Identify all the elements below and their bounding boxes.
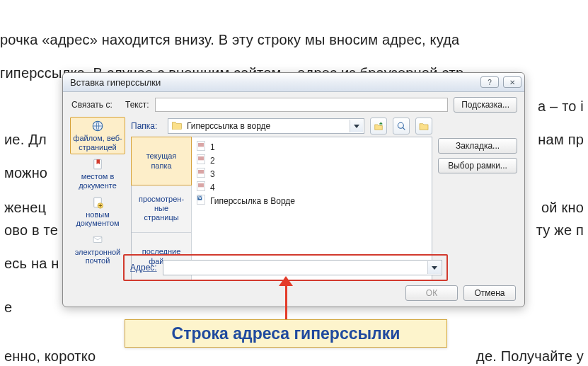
up-one-level-button[interactable]	[370, 118, 387, 135]
browse-tabs: текущаяпапка просмотрен-ныестраницы посл…	[132, 137, 192, 280]
folder-selected-name: Гиперссылка в ворде	[187, 121, 270, 131]
bookmark-button[interactable]: Закладка...	[438, 138, 517, 154]
svg-rect-11	[198, 170, 204, 173]
folder-icon	[171, 120, 183, 132]
svg-rect-4	[93, 236, 102, 242]
image-file-icon	[196, 181, 206, 194]
cancel-button[interactable]: Отмена	[463, 285, 516, 301]
link-to-new-document[interactable]: новымдокументом	[70, 194, 125, 230]
file-list[interactable]: 1 2 3 4	[192, 137, 432, 280]
list-item[interactable]: 3	[196, 167, 427, 181]
browse-file-button[interactable]	[415, 118, 432, 135]
annotation-callout: Строка адреса гиперссылки	[125, 319, 447, 348]
text-field-label: Текст:	[125, 100, 149, 110]
link-to-place-in-doc[interactable]: местом вдокументе	[70, 156, 125, 192]
titlebar: Вставка гиперссылки ? ✕	[63, 73, 524, 92]
look-in-combo[interactable]: Гиперссылка в ворде	[168, 118, 364, 134]
look-in-dropdown-arrow[interactable]	[350, 120, 363, 132]
browse-web-button[interactable]	[393, 118, 410, 135]
folder-label: Папка:	[131, 121, 162, 131]
svg-rect-7	[198, 143, 204, 147]
link-to-file-or-webpage[interactable]: файлом, веб-страницей	[70, 117, 125, 154]
tab-current-folder[interactable]: текущаяпапка	[131, 137, 192, 185]
annotation-arrow-stem	[285, 280, 287, 323]
center-panel: Папка: Гиперссылка в ворде	[127, 117, 432, 281]
address-input[interactable]	[163, 260, 442, 275]
link-to-sidebar: файлом, веб-страницей местом вдокументе …	[70, 117, 127, 281]
svg-rect-9	[198, 156, 204, 160]
image-file-icon	[196, 154, 206, 167]
close-button[interactable]: ✕	[503, 76, 521, 88]
list-item[interactable]: 1	[196, 140, 427, 154]
list-item[interactable]: W Гиперссылка в Ворде	[196, 194, 427, 207]
tab-browsed-pages[interactable]: просмотрен-ныестраницы	[132, 185, 191, 233]
link-to-email[interactable]: электроннойпочтой	[70, 231, 125, 268]
svg-rect-13	[198, 183, 204, 187]
email-icon	[91, 234, 104, 246]
list-item[interactable]: 2	[196, 154, 427, 167]
bookmark-doc-icon	[91, 158, 104, 171]
image-file-icon	[196, 167, 206, 181]
globe-doc-icon	[91, 120, 104, 132]
address-dropdown-arrow[interactable]	[427, 261, 441, 274]
insert-hyperlink-dialog: Вставка гиперссылки ? ✕ Связать с: Текст…	[62, 72, 525, 307]
help-button[interactable]: ?	[480, 76, 499, 88]
svg-text:W: W	[198, 196, 202, 200]
address-label: Адрес:	[130, 263, 157, 273]
link-to-label: Связать с:	[70, 100, 120, 110]
article-line: рочка «адрес» находится внизу. В эту стр…	[0, 30, 588, 50]
dialog-title: Вставка гиперссылки	[70, 77, 480, 88]
target-frame-button[interactable]: Выбор рамки...	[438, 158, 517, 173]
display-text-input[interactable]	[155, 98, 449, 112]
dialog-action-row: ОК Отмена	[405, 285, 516, 301]
screentip-button[interactable]: Подсказка...	[454, 97, 517, 113]
list-item[interactable]: 4	[196, 181, 427, 194]
image-file-icon	[196, 140, 206, 154]
new-doc-icon	[91, 196, 104, 209]
right-buttons: Закладка... Выбор рамки...	[432, 117, 517, 281]
word-doc-icon: W	[196, 194, 206, 207]
ok-button: ОК	[405, 285, 458, 301]
article-line: де. Получайте у	[0, 346, 584, 366]
